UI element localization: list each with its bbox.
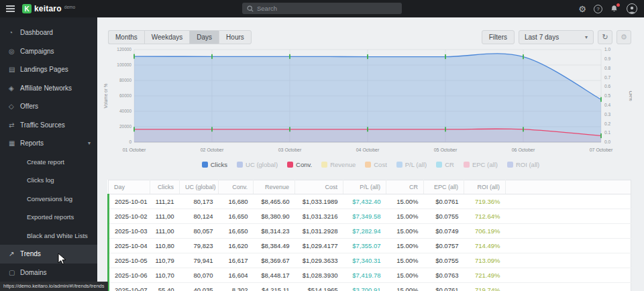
cell-roi-all: 712.64% [464,209,506,224]
tab-hours[interactable]: Hours [219,30,252,44]
legend-item-p-l-all[interactable]: P/L (all) [396,161,427,168]
search-input[interactable] [257,5,397,12]
tab-days[interactable]: Days [189,30,219,44]
column-header-roi-all[interactable]: ROI (all) [464,180,506,194]
sidebar-item-trends[interactable]: ↗Trends [0,245,97,264]
legend-item-cr[interactable]: CR [436,161,454,168]
sidebar-item-domains[interactable]: ▢Domains [0,264,97,282]
campaigns-icon: ◎ [9,48,20,55]
column-header-epc-all[interactable]: EPC (all) [424,180,464,194]
traffic-sources-icon: ⇄ [9,121,20,129]
status-url-tooltip: https://demo.keitaro.io/admin/#!/trends/… [0,282,108,291]
legend-item-clicks[interactable]: Clicks [202,161,227,168]
table-row: 2025-10-06110,7080,07016,604$8,448.17$1,… [109,268,631,283]
reports-icon: ▦ [9,139,20,147]
cell-filler [506,194,631,209]
legend-item-roi-all[interactable]: ROI (all) [507,161,539,168]
tab-weekdays[interactable]: Weekdays [144,30,190,44]
sidebar-item-label: Clicks log [27,176,54,184]
refresh-button[interactable]: ↻ [598,30,612,44]
table-row: 2025-10-01111,2180,17316,680$8,465.60$1,… [109,194,631,209]
filters-button[interactable]: Filters [482,30,515,44]
help-icon[interactable]: ? [594,5,602,13]
svg-text:04 October: 04 October [356,148,380,152]
cell-p-l-all: $7,355.07 [343,239,386,253]
sidebar-item-affiliate-networks[interactable]: ◈Affiliate Networks [0,79,97,98]
svg-text:0.8: 0.8 [604,66,610,70]
cell-epc-all: $0.0763 [424,268,464,283]
sidebar-item-traffic-sources[interactable]: ⇄Traffic Sources [0,116,97,135]
sidebar-item-label: Conversions log [27,195,72,202]
cell-p-l-all: $7,419.78 [343,268,386,283]
cell-revenue: $8,369.67 [254,253,295,268]
column-header-day[interactable]: Day [109,180,150,194]
sidebar-item-clicks-log[interactable]: Clicks log [0,171,97,190]
settings-gear-icon[interactable]: ⚙ [578,5,586,13]
cell-epc-all: $0.0761 [424,194,464,209]
legend-swatch [507,162,513,168]
logo-text: keitaro [34,4,62,13]
chart-settings-button[interactable]: ⚙ [616,30,631,44]
sidebar-item-label: Traffic Sources [20,121,65,129]
sidebar-item-dashboard[interactable]: ◔Dashboard [0,23,97,42]
column-header-revenue[interactable]: Revenue [254,180,295,194]
legend-item-conv[interactable]: Conv. [287,161,312,168]
caret-down-icon: ▾ [585,34,588,40]
trends-table: DayClicksUC (global)Conv.RevenueCostP/L … [107,180,631,291]
sidebar-item-landings-pages[interactable]: ▤Landings Pages [0,60,97,79]
column-header-p-l-all[interactable]: P/L (all) [343,180,386,194]
sidebar-nav: ◔Dashboard◎Campaigns▤Landings Pages◈Affi… [0,17,97,291]
tab-months[interactable]: Months [108,30,144,44]
column-header-cost[interactable]: Cost [295,180,343,194]
keitaro-logo[interactable]: K keitaro demo [22,4,75,13]
column-header-cr[interactable]: CR [386,180,424,194]
cell-day: 2025-10-03 [109,224,150,239]
cell-p-l-all: $7,349.58 [343,209,386,224]
cell-clicks: 110,80 [150,239,180,253]
legend-item-cost[interactable]: Cost [365,161,387,168]
sidebar-item-campaigns[interactable]: ◎Campaigns [0,42,97,61]
legend-item-epc-all[interactable]: EPC (all) [464,161,498,168]
cell-uc-global: 79,941 [180,253,219,268]
bell-icon[interactable] [610,4,619,14]
sidebar-item-black-and-white-lists[interactable]: Black and White Lists [0,227,97,245]
user-avatar[interactable] [627,3,637,14]
cell-roi-all: 714.49% [464,239,506,253]
column-header-clicks[interactable]: Clicks [150,180,180,194]
date-range-select[interactable]: Last 7 days ▾ [519,30,594,44]
legend-label: EPC (all) [472,161,498,168]
table-row: 2025-10-05110,7979,94116,617$8,369.67$1,… [109,253,631,268]
search-bar[interactable] [242,3,402,14]
cell-epc-all: $0.0749 [424,224,464,239]
cell-clicks: 55,40 [150,283,180,291]
cell-day: 2025-10-07 [109,283,150,291]
sidebar-item-reports[interactable]: ▦Reports▾ [0,134,97,153]
cell-revenue: $4,215.11 [254,283,295,291]
sidebar-item-offers[interactable]: ◇Offers [0,97,97,116]
sidebar-item-create-report[interactable]: Create report [0,153,97,172]
sidebar-item-label: Create report [27,158,64,166]
cell-conv: 16,650 [219,224,254,239]
legend-item-revenue[interactable]: Revenue [321,161,356,168]
main-content: MonthsWeekdaysDaysHours Filters Last 7 d… [97,17,644,291]
svg-text:05 October: 05 October [434,148,458,152]
svg-text:40000: 40000 [119,109,131,113]
cell-filler [506,253,631,268]
cell-filler [506,283,631,291]
cell-cost: $514.1965 [295,283,343,291]
legend-label: Cost [374,161,387,168]
svg-text:100000: 100000 [117,62,131,67]
svg-text:60000: 60000 [119,93,131,98]
column-header-conv[interactable]: Conv. [219,180,254,194]
offers-icon: ◇ [9,103,20,110]
gear-icon: ⚙ [621,33,627,42]
sidebar-item-conversions-log[interactable]: Conversions log [0,190,97,209]
legend-item-uc-global[interactable]: UC (global) [237,161,278,168]
sidebar-item-exported-reports[interactable]: Exported reports [0,208,97,227]
svg-text:0.1: 0.1 [604,130,610,135]
column-header-uc-global[interactable]: UC (global) [180,180,219,194]
sidebar-item-label: Reports [20,139,44,147]
svg-text:CR%: CR% [629,91,632,101]
hamburger-menu-icon[interactable] [0,5,20,12]
cell-roi-all: 706.19% [464,224,506,239]
